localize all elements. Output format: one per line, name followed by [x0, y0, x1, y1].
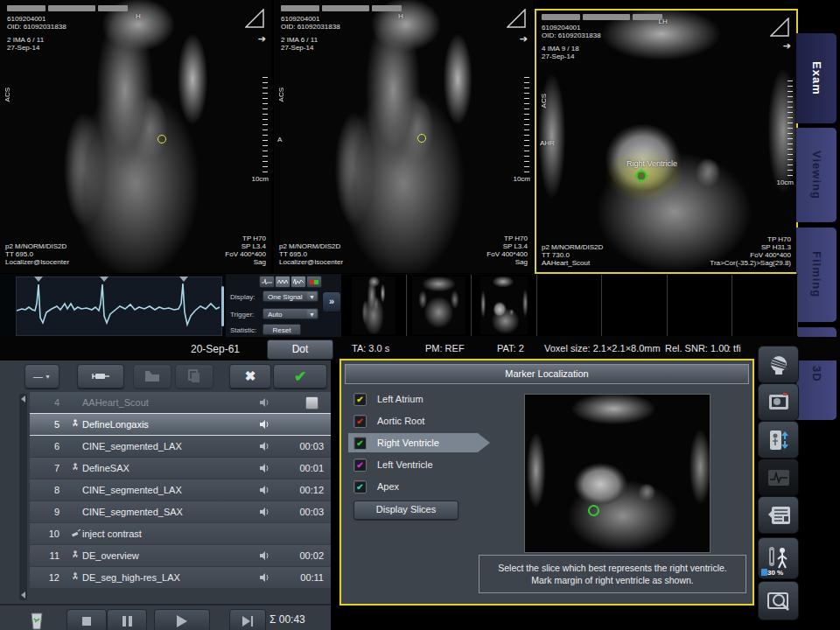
- strip-divider-handle[interactable]: [221, 286, 224, 326]
- thumbnail-sagittal[interactable]: [341, 275, 407, 336]
- thumbnail-cardiac[interactable]: [472, 275, 537, 336]
- copy-protocol-button[interactable]: [175, 364, 214, 388]
- head-coil-icon: [767, 354, 790, 376]
- queue-row[interactable]: 4 AAHeart_Scout: [30, 392, 331, 413]
- queue-scrollbar[interactable]: [19, 394, 27, 600]
- sar-monitor-button[interactable]: 30 %: [758, 537, 799, 579]
- scale-ruler: [788, 80, 793, 178]
- marker-item-left-ventricle[interactable]: Left Ventricle: [348, 455, 469, 474]
- scroll-up-icon[interactable]: [21, 396, 25, 402]
- corner-triangle-icon: [507, 9, 526, 28]
- orientation-left-label: ACS: [540, 94, 548, 108]
- play-button[interactable]: [154, 609, 210, 630]
- report-icon: [766, 506, 791, 525]
- marker-item-left-atrium[interactable]: Left Atrium: [348, 389, 469, 409]
- queue-row[interactable]: 7 DefineSAX 00:01: [30, 458, 331, 479]
- param-bl-1: p2 M/NORM/DIS2D: [542, 243, 603, 251]
- status-bar: 20-Sep-61 Dot TA: 3.0 s PM: REF PAT: 2 V…: [0, 337, 840, 360]
- viewport-sagittal-2[interactable]: 6109204001 OID: 61092031838 2 IMA 6 / 11…: [274, 0, 533, 273]
- inject-contrast-button[interactable]: [77, 364, 124, 388]
- rv-marker-crosshair-icon[interactable]: [634, 169, 648, 183]
- open-protocol-button[interactable]: [133, 364, 172, 388]
- exam-report-button[interactable]: [758, 496, 799, 534]
- thumb-image: [352, 276, 396, 334]
- display-select[interactable]: One Signal▼: [262, 290, 318, 302]
- isocenter-marker: [158, 135, 166, 144]
- cancel-button[interactable]: ✖: [229, 364, 271, 388]
- expand-physio-button[interactable]: »: [322, 291, 341, 312]
- reset-button[interactable]: Reset: [262, 324, 301, 335]
- viewport-cardiac-selected[interactable]: 6109204001 OID: 61092031838 4 IMA 9 / 18…: [535, 9, 798, 274]
- arrow-right-icon[interactable]: ➔: [258, 35, 266, 43]
- close-icon: ✖: [245, 368, 256, 384]
- display-slices-button[interactable]: Display Slices: [354, 500, 458, 520]
- browse-search-button[interactable]: [758, 581, 799, 620]
- tab-viewing[interactable]: Viewing: [796, 128, 836, 222]
- speaker-icon: [247, 464, 282, 472]
- ecg-mode-3-button[interactable]: [290, 276, 306, 288]
- skip-icon: [242, 616, 253, 626]
- thumbnail-coronal[interactable]: [407, 275, 472, 336]
- viewport-sagittal-1[interactable]: 6109204001 OID: 61092031838 2 IMA 6 / 11…: [0, 0, 271, 273]
- queue-row[interactable]: 9 CINE_segmented_SAX 00:03: [30, 501, 331, 522]
- patient-registration-button[interactable]: [758, 346, 799, 383]
- checkbox-checked-icon[interactable]: [354, 415, 367, 428]
- param-br-4: Sag: [515, 258, 528, 266]
- marker-item-right-ventricle[interactable]: Right Ventricle: [348, 433, 478, 452]
- marker-item-apex[interactable]: Apex: [348, 477, 469, 496]
- arrow-right-icon[interactable]: ➔: [783, 42, 791, 50]
- checkmark-icon: ✔: [294, 368, 306, 386]
- queue-row[interactable]: 10 inject contrast: [30, 523, 331, 544]
- protocol-queue-panel: —▼ ✖ ✔ 4 AAHeart_Scout 5 DefineLongaxis: [0, 360, 331, 621]
- search-icon: [766, 590, 791, 612]
- ecg-mode-2-button[interactable]: [275, 276, 290, 288]
- physio-signal-button[interactable]: [758, 458, 799, 496]
- param-bl-2: TT 695.0: [5, 250, 33, 258]
- chevron-down-icon[interactable]: ▼: [307, 310, 317, 318]
- stop-icon: [82, 617, 91, 626]
- table-position-button[interactable]: [758, 421, 799, 458]
- arrow-right-icon[interactable]: ➔: [520, 35, 528, 43]
- param-bl-1: p2 M/NORM/DIS2D: [279, 242, 340, 250]
- dot-button[interactable]: Dot: [267, 340, 333, 360]
- pause-button[interactable]: [107, 609, 147, 630]
- stop-button[interactable]: [66, 609, 107, 630]
- oid-text: OID: 61092031838: [542, 32, 601, 39]
- queue-options-button[interactable]: —▼: [24, 364, 60, 388]
- checkbox-checked-icon[interactable]: [354, 437, 367, 450]
- param-bl-3: Localizer@Isocenter: [5, 258, 69, 266]
- waveform-icon: [767, 469, 790, 486]
- param-br-1: TP H70: [767, 235, 791, 243]
- tab-exam[interactable]: Exam: [796, 33, 836, 123]
- physio-controls: Display: One Signal▼ Trigger: Auto▼ Stat…: [226, 274, 341, 337]
- scale-ruler: [262, 77, 268, 175]
- checkbox-checked-icon[interactable]: [354, 393, 367, 406]
- trash-icon[interactable]: [28, 610, 46, 630]
- folder-icon: [144, 370, 160, 382]
- param-bl-2: TT 730.0: [542, 251, 570, 259]
- marker-item-aortic-root[interactable]: Aortic Root: [348, 411, 469, 430]
- marker-name-label: Right Ventricle: [626, 159, 677, 168]
- queue-row[interactable]: 8 CINE_segmented_LAX 00:12: [30, 480, 331, 500]
- checkbox-checked-icon[interactable]: [354, 480, 367, 494]
- speaker-icon: [247, 508, 282, 516]
- scale-label: 10cm: [776, 178, 794, 186]
- queue-row-selected[interactable]: 5 DefineLongaxis: [30, 414, 331, 435]
- pat-value: PAT: 2: [497, 343, 524, 354]
- tab-filming[interactable]: Filming: [796, 228, 836, 322]
- confirm-button[interactable]: ✔: [273, 364, 327, 388]
- thumbnail-strip: [341, 274, 798, 337]
- ecg-mode-1-button[interactable]: [259, 276, 275, 288]
- skip-to-end-button[interactable]: [229, 609, 266, 630]
- scroll-down-icon[interactable]: [21, 592, 25, 598]
- image-display-button[interactable]: [758, 383, 799, 421]
- trigger-select[interactable]: Auto▼: [262, 308, 318, 319]
- queue-row[interactable]: 11 DE_overview 00:02: [30, 545, 331, 566]
- queue-row[interactable]: 12 DE_seg_high-res_LAX 00:11: [30, 567, 331, 588]
- play-icon: [177, 615, 187, 627]
- redacted-patient-name: [281, 5, 402, 11]
- queue-row[interactable]: 6 CINE_segmented_LAX 00:03: [30, 436, 331, 457]
- chevron-down-icon[interactable]: ▼: [307, 292, 317, 300]
- ecg-status-led-button[interactable]: [306, 276, 322, 288]
- checkbox-checked-icon[interactable]: [354, 458, 367, 472]
